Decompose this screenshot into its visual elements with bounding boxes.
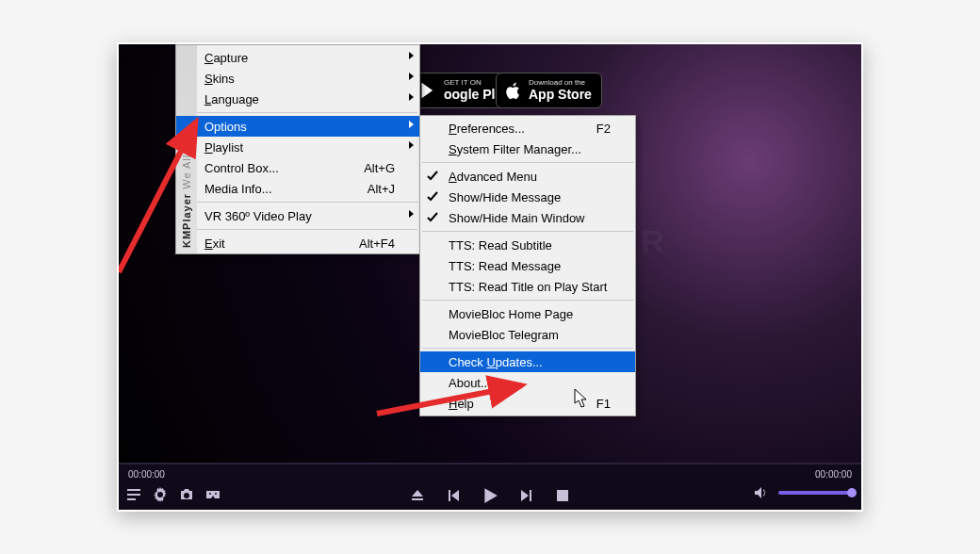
main-menu-item-exit[interactable]: ExitAlt+F4 xyxy=(176,233,419,253)
options-menu-item-moviebloc-home-page[interactable]: MovieBloc Home Page xyxy=(420,303,635,324)
options-menu-item-tts-read-title-on-play-start[interactable]: TTS: Read Title on Play Start xyxy=(420,276,635,297)
menu-item-label: Capture xyxy=(204,51,248,65)
settings-icon[interactable] xyxy=(153,487,168,502)
options-menu-item-moviebloc-telegram[interactable]: MovieBloc Telegram xyxy=(420,324,635,345)
apple-icon xyxy=(504,81,523,100)
time-current: 00:00:00 xyxy=(128,469,165,480)
volume-slider[interactable] xyxy=(778,491,852,495)
menu-item-shortcut: Alt+J xyxy=(339,182,395,196)
submenu-arrow-icon xyxy=(409,121,414,128)
astore-line2: App Store xyxy=(529,88,592,102)
play-icon[interactable] xyxy=(482,487,498,504)
menu-item-shortcut: F1 xyxy=(568,397,611,411)
main-menu-item-media-info[interactable]: Media Info...Alt+J xyxy=(176,178,419,199)
volume-icon[interactable] xyxy=(754,485,769,500)
main-menu-item-control-box[interactable]: Control Box...Alt+G xyxy=(176,157,419,178)
submenu-arrow-icon xyxy=(409,93,414,101)
options-menu-item-advanced-menu[interactable]: Advanced Menu xyxy=(420,166,635,187)
menu-item-label: MovieBloc Home Page xyxy=(449,307,573,321)
menu-item-label: VR 360º Video Play xyxy=(204,209,312,223)
snapshot-icon[interactable] xyxy=(179,487,194,502)
options-menu-item-preferences[interactable]: Preferences...F2 xyxy=(420,118,635,138)
controls-left xyxy=(126,487,220,502)
menu-item-label: Show/Hide Message xyxy=(449,190,561,204)
prev-icon[interactable] xyxy=(446,488,461,503)
eject-icon[interactable] xyxy=(410,488,425,503)
next-icon[interactable] xyxy=(519,488,534,503)
google-play-icon xyxy=(419,81,438,100)
menu-item-label: TTS: Read Subtitle xyxy=(449,238,552,253)
controls-right xyxy=(754,485,852,500)
stop-icon[interactable] xyxy=(555,488,570,503)
menu-item-label: TTS: Read Title on Play Start xyxy=(449,280,607,294)
menu-item-label: Media Info... xyxy=(204,182,272,196)
options-menu-item-show-hide-main-window[interactable]: Show/Hide Main Window xyxy=(420,207,635,228)
menu-item-label: Skins xyxy=(204,72,235,86)
check-icon xyxy=(426,190,439,204)
options-menu-item-show-hide-message[interactable]: Show/Hide Message xyxy=(420,187,635,207)
controls-center xyxy=(410,487,570,504)
submenu-arrow-icon xyxy=(409,141,414,149)
main-menu-item-vr-360-video-play[interactable]: VR 360º Video Play xyxy=(176,205,419,226)
menu-item-label: Preferences... xyxy=(449,122,525,136)
menu-item-shortcut: Alt+G xyxy=(335,161,395,175)
player-bar: 00:00:00 00:00:00 xyxy=(119,463,861,510)
menu-item-label: Options xyxy=(204,120,247,134)
options-menu-item-help[interactable]: HelpF1 xyxy=(420,393,635,414)
menu-item-label: Exit xyxy=(204,236,225,251)
submenu-arrow-icon xyxy=(409,73,414,80)
vr-icon[interactable] xyxy=(205,487,220,502)
main-menu-item-capture[interactable]: Capture xyxy=(176,47,419,68)
menu-item-label: MovieBloc Telegram xyxy=(449,328,559,342)
playlist-icon[interactable] xyxy=(126,487,141,502)
main-menu-item-language[interactable]: Language xyxy=(176,89,419,109)
menu-item-shortcut: Alt+F4 xyxy=(331,236,395,251)
main-menu-item-playlist[interactable]: Playlist xyxy=(176,137,419,157)
main-menu-item-options[interactable]: Options xyxy=(176,116,419,137)
menu-item-label: Advanced Menu xyxy=(449,170,537,184)
menu-item-label: Help xyxy=(449,397,474,411)
astore-line1: Download on the xyxy=(529,79,592,88)
progress-track[interactable] xyxy=(119,463,861,464)
check-icon xyxy=(426,170,439,183)
menu-item-shortcut: F2 xyxy=(568,122,611,136)
menu-item-label: Control Box... xyxy=(204,161,279,175)
options-menu-item-tts-read-subtitle[interactable]: TTS: Read Subtitle xyxy=(420,235,635,255)
menu-item-label: System Filter Manager... xyxy=(449,142,581,156)
menu-item-label: Check Updates... xyxy=(449,355,543,369)
options-menu-item-system-filter-manager[interactable]: System Filter Manager... xyxy=(420,138,635,159)
menu-item-label: Show/Hide Main Window xyxy=(449,211,585,225)
context-menu-options[interactable]: Preferences...F2System Filter Manager...… xyxy=(419,115,636,416)
submenu-arrow-icon xyxy=(409,210,414,218)
player-window: QUICKFEVER QUICKFEVER GET IT ON oogle Pl… xyxy=(117,42,863,512)
menu-item-label: Playlist xyxy=(204,140,243,155)
options-menu-item-about[interactable]: About... xyxy=(420,372,635,393)
main-menu-item-skins[interactable]: Skins xyxy=(176,68,419,89)
check-icon xyxy=(426,211,439,224)
time-total: 00:00:00 xyxy=(815,469,852,480)
options-menu-item-tts-read-message[interactable]: TTS: Read Message xyxy=(420,255,635,276)
options-menu-item-check-updates[interactable]: Check Updates... xyxy=(420,351,635,372)
submenu-arrow-icon xyxy=(409,52,414,59)
app-store-badge[interactable]: Download on the App Store xyxy=(496,73,602,108)
context-menu-main[interactable]: KMPlayer We All Enjoy! CaptureSkinsLangu… xyxy=(175,44,420,254)
menu-item-label: About... xyxy=(449,376,491,390)
menu-item-label: TTS: Read Message xyxy=(449,259,561,273)
menu-item-label: Language xyxy=(204,92,259,106)
